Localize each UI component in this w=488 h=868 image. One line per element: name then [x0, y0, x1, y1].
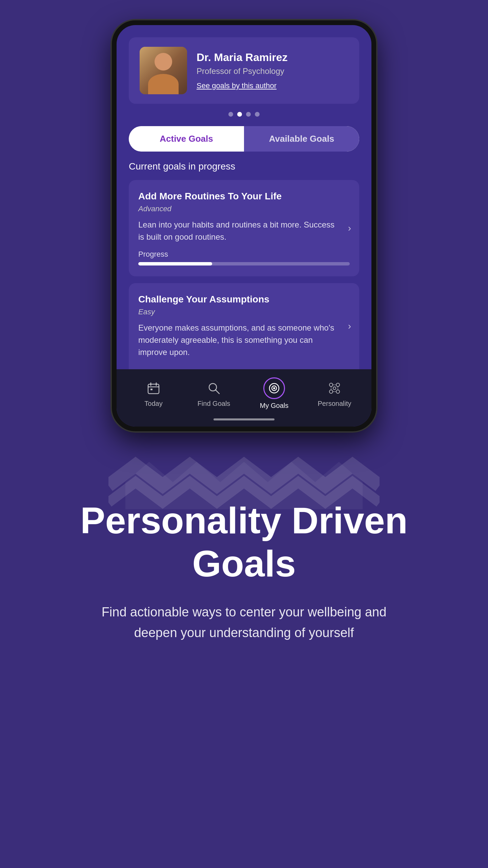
dot-1[interactable]	[228, 112, 233, 117]
phone-frame: Dr. Maria Ramirez Professor of Psycholog…	[112, 20, 376, 431]
personality-section: Personality Driven Goals Find actionable…	[0, 431, 488, 868]
goal-card-assumptions[interactable]: Challenge Your Assumptions Easy Everyone…	[129, 283, 359, 369]
page-background: Dr. Maria Ramirez Professor of Psycholog…	[0, 0, 488, 868]
author-avatar	[140, 47, 187, 94]
progress-bar-bg	[138, 262, 350, 265]
home-indicator	[117, 415, 371, 427]
progress-bar-fill	[138, 262, 212, 265]
bottom-nav: Today Find Goals	[117, 369, 371, 415]
chevron-icon-assumptions: ›	[348, 321, 351, 332]
svg-rect-4	[150, 389, 152, 390]
author-card: Dr. Maria Ramirez Professor of Psycholog…	[129, 37, 359, 104]
chevron-icon-routines: ›	[348, 223, 351, 234]
author-name: Dr. Maria Ramirez	[197, 51, 348, 64]
svg-point-14	[333, 387, 336, 390]
nav-item-find-goals[interactable]: Find Goals	[194, 379, 234, 408]
personality-driven-title: Personality Driven Goals	[34, 499, 454, 585]
available-goals-tab[interactable]: Available Goals	[244, 126, 359, 152]
goal-desc-routines: Lean into your habits and routines a bit…	[138, 219, 350, 243]
goal-card-routines[interactable]: Add More Routines To Your Life Advanced …	[129, 180, 359, 276]
svg-point-11	[336, 383, 340, 387]
svg-rect-0	[148, 384, 159, 394]
author-info: Dr. Maria Ramirez Professor of Psycholog…	[197, 51, 348, 90]
calendar-icon	[145, 379, 162, 397]
progress-label: Progress	[138, 250, 350, 259]
svg-point-13	[336, 390, 340, 393]
personality-driven-subtitle: Find actionable ways to center your well…	[92, 602, 396, 643]
dot-2[interactable]	[237, 112, 242, 117]
goal-level-assumptions: Easy	[138, 308, 350, 316]
active-goals-tab[interactable]: Active Goals	[129, 126, 244, 152]
my-goals-icon	[263, 377, 285, 399]
carousel-dots	[117, 112, 371, 117]
svg-point-12	[329, 390, 333, 393]
svg-line-6	[216, 390, 219, 394]
nav-label-personality: Personality	[318, 400, 351, 408]
dot-3[interactable]	[246, 112, 251, 117]
nav-item-personality[interactable]: Personality	[314, 379, 355, 408]
nav-label-my-goals: My Goals	[260, 402, 288, 410]
home-bar	[214, 418, 274, 420]
author-title: Professor of Psychology	[197, 66, 348, 76]
nav-item-today[interactable]: Today	[133, 379, 174, 408]
goals-tabs: Active Goals Available Goals	[129, 126, 359, 152]
nav-item-my-goals[interactable]: My Goals	[254, 377, 294, 410]
author-avatar-image	[140, 47, 187, 94]
goal-title-assumptions: Challenge Your Assumptions	[138, 294, 350, 305]
author-link[interactable]: See goals by this author	[197, 81, 348, 90]
svg-point-10	[329, 383, 333, 387]
nav-label-today: Today	[144, 400, 162, 408]
search-icon	[205, 379, 223, 397]
dot-4[interactable]	[255, 112, 260, 117]
svg-point-9	[273, 387, 275, 389]
phone-screen: Dr. Maria Ramirez Professor of Psycholog…	[117, 25, 371, 427]
current-goals-label: Current goals in progress	[129, 161, 359, 172]
nav-label-find-goals: Find Goals	[198, 400, 230, 408]
personality-icon	[326, 379, 343, 397]
goal-title-routines: Add More Routines To Your Life	[138, 191, 350, 202]
goal-level-routines: Advanced	[138, 204, 350, 213]
progress-section-routines: Progress	[138, 250, 350, 265]
goal-desc-assumptions: Everyone makes assumptions, and as someo…	[138, 322, 350, 358]
